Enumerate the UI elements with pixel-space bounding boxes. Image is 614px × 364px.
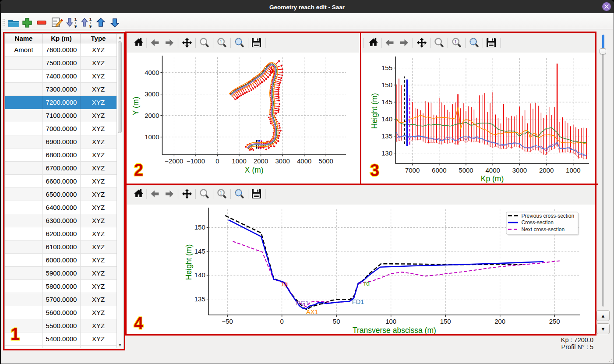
svg-text:1000: 1000 xyxy=(145,133,159,141)
svg-text:3000: 3000 xyxy=(145,90,159,98)
svg-text:−50: −50 xyxy=(222,318,233,325)
svg-text:0: 0 xyxy=(215,157,219,165)
svg-text:AX1: AX1 xyxy=(306,308,318,315)
svg-text:150: 150 xyxy=(440,318,451,325)
svg-text:3000: 3000 xyxy=(512,166,527,174)
svg-text:9: 9 xyxy=(89,24,92,28)
svg-text:1000: 1000 xyxy=(232,157,246,165)
svg-text:rd: rd xyxy=(364,280,370,287)
svg-text:145: 145 xyxy=(194,247,205,255)
svg-text:1: 1 xyxy=(220,39,222,44)
svg-text:7000: 7000 xyxy=(405,166,420,174)
svg-text:135: 135 xyxy=(381,132,392,140)
svg-text:140: 140 xyxy=(194,271,205,279)
svg-text:FD1: FD1 xyxy=(352,298,364,305)
svg-text:4000: 4000 xyxy=(486,166,500,174)
svg-text:155: 155 xyxy=(381,64,392,71)
svg-text:1: 1 xyxy=(89,17,92,21)
svg-text:135: 135 xyxy=(194,295,205,303)
svg-text:rg: rg xyxy=(282,280,288,287)
svg-text:150: 150 xyxy=(194,223,205,231)
svg-text:130: 130 xyxy=(381,149,392,157)
svg-text:6000: 6000 xyxy=(432,166,446,174)
svg-text:RG1: RG1 xyxy=(296,300,309,307)
svg-text:1000: 1000 xyxy=(566,166,580,174)
svg-text:150: 150 xyxy=(381,81,392,88)
svg-text:1: 1 xyxy=(220,190,222,195)
svg-text:−2000: −2000 xyxy=(165,157,183,165)
svg-text:9: 9 xyxy=(74,24,77,28)
svg-text:Height (m): Height (m) xyxy=(370,93,379,129)
svg-text:Kp (m): Kp (m) xyxy=(481,174,504,183)
svg-text:1: 1 xyxy=(11,325,20,343)
svg-text:4000: 4000 xyxy=(145,69,159,76)
svg-text:Transverse abscissa (m): Transverse abscissa (m) xyxy=(353,326,436,334)
svg-text:Y (m): Y (m) xyxy=(131,97,140,115)
svg-text:1: 1 xyxy=(74,17,77,21)
svg-text:140: 140 xyxy=(381,115,392,123)
svg-text:1: 1 xyxy=(455,39,457,44)
svg-text:−1000: −1000 xyxy=(187,157,205,165)
svg-text:50: 50 xyxy=(333,318,340,325)
svg-text:X (m): X (m) xyxy=(245,166,264,174)
svg-text:4000: 4000 xyxy=(297,157,311,165)
svg-text:200: 200 xyxy=(494,318,505,325)
svg-text:2000: 2000 xyxy=(145,112,159,119)
svg-text:2000: 2000 xyxy=(539,166,554,174)
svg-text:250: 250 xyxy=(549,318,560,325)
svg-text:Previous cross-section: Previous cross-section xyxy=(522,213,575,219)
svg-text:5000: 5000 xyxy=(459,166,473,174)
svg-text:0: 0 xyxy=(280,318,284,325)
svg-text:Cross-section: Cross-section xyxy=(522,219,554,226)
svg-text:Height (m): Height (m) xyxy=(184,244,193,280)
svg-text:4: 4 xyxy=(134,314,143,332)
svg-text:2: 2 xyxy=(134,161,143,179)
svg-text:Next cross-section: Next cross-section xyxy=(522,226,565,233)
svg-text:145: 145 xyxy=(381,98,392,106)
svg-text:3: 3 xyxy=(370,161,379,180)
svg-text:5000: 5000 xyxy=(319,157,333,165)
svg-text:2000: 2000 xyxy=(254,157,268,165)
svg-text:3000: 3000 xyxy=(275,157,289,165)
svg-text:100: 100 xyxy=(385,318,396,325)
